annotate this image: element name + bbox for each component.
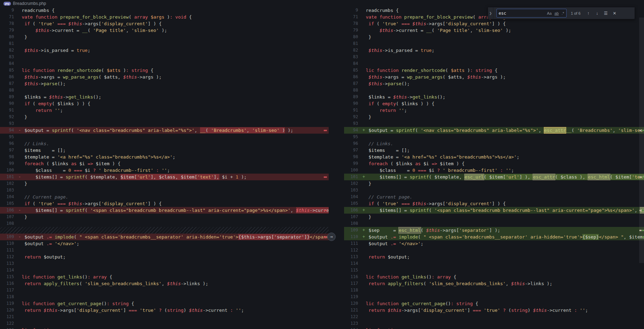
code-text[interactable]: lic function get_links(): array { (366, 274, 644, 280)
code-line[interactable]: 103 (344, 187, 644, 194)
code-text[interactable]: $links = $this->get_links(); (22, 94, 329, 100)
code-line[interactable]: 106+ $items[] = sprintf( '<span class="b… (344, 207, 644, 214)
line-number[interactable]: 97 (344, 147, 362, 154)
code-line[interactable]: 106- $items[] = sprintf( '<span class="b… (0, 207, 329, 214)
code-text[interactable] (366, 87, 644, 94)
line-number[interactable]: 117 (0, 287, 18, 294)
line-number[interactable]: 82 (344, 47, 362, 54)
code-line[interactable]: 120 return $this->args['display_current'… (0, 307, 329, 314)
code-line[interactable]: 113 return $output; (344, 254, 644, 260)
code-line[interactable]: 91 return ''; (344, 107, 644, 114)
code-text[interactable]: $items[] = sprintf( '<span class="breadc… (22, 207, 329, 214)
line-number[interactable]: 95 (344, 134, 362, 140)
overview-ruler-original[interactable] (323, 7, 328, 329)
code-line[interactable]: 123 (344, 320, 644, 327)
code-text[interactable]: // Current page. (366, 194, 644, 200)
code-text[interactable]: $sep = esc_html( $this->args['separator'… (366, 227, 644, 234)
line-number[interactable]: 94 (344, 127, 362, 134)
code-text[interactable] (366, 60, 644, 67)
line-number[interactable]: 93 (0, 120, 18, 127)
code-line[interactable]: 9readcrumbs { (0, 7, 329, 14)
code-text[interactable] (22, 187, 329, 194)
code-line[interactable]: 99 foreach ( $links as $i => $item ) { (344, 160, 644, 167)
code-line[interactable]: 116lic function get_links(): array { (344, 274, 644, 280)
line-number[interactable]: 102 (0, 180, 18, 187)
code-line[interactable]: 102 } (0, 180, 329, 187)
code-text[interactable]: $items[] = sprintf( $template, $item['ur… (22, 174, 329, 180)
code-line[interactable]: 88 (0, 87, 329, 94)
code-line[interactable]: 98 $template = '<a href="%s" class="brea… (344, 154, 644, 160)
code-text[interactable]: $output .= '</nav>'; (22, 240, 329, 247)
code-line[interactable]: 112 return $output; (0, 254, 329, 260)
line-number[interactable]: 85 (344, 67, 362, 74)
code-line[interactable]: 124lic function (344, 327, 644, 329)
code-text[interactable]: $output .= implode( " <span class='bread… (366, 234, 644, 240)
code-line[interactable]: 87 $this->parse(); (0, 80, 329, 87)
code-line[interactable]: 114 (344, 260, 644, 267)
code-line[interactable]: 88 (344, 87, 644, 94)
code-line[interactable]: 104 // Current page. (0, 194, 329, 200)
code-text[interactable]: lic function render_shortcode( $atts ): … (22, 67, 329, 74)
code-text[interactable]: $items[] = sprintf( '<span class="breadc… (366, 207, 644, 214)
code-line[interactable]: 122 (0, 320, 329, 327)
code-line[interactable]: 108 (344, 220, 644, 227)
line-number[interactable]: 106 (0, 207, 18, 214)
code-line[interactable]: 116 return apply_filters( 'slim_seo_brea… (0, 280, 329, 287)
code-text[interactable] (22, 247, 329, 254)
code-text[interactable]: $this->parse(); (366, 80, 644, 87)
line-number[interactable]: 79 (0, 27, 18, 34)
code-line[interactable]: 93 (0, 120, 329, 127)
code-line[interactable]: 120lic function get_current_page(): stri… (344, 300, 644, 307)
code-text[interactable]: $output .= implode( " <span class='bread… (22, 234, 329, 240)
line-number[interactable]: 105 (0, 200, 18, 207)
code-text[interactable] (22, 294, 329, 300)
line-number[interactable]: 121 (344, 307, 362, 314)
line-number[interactable]: 103 (344, 187, 362, 194)
line-number[interactable]: 95 (0, 134, 18, 140)
code-line[interactable]: 95 (0, 134, 329, 140)
code-line[interactable]: 89 $links = $this->get_links(); (0, 94, 329, 100)
code-line[interactable]: 83 (0, 54, 329, 60)
line-number[interactable]: 81 (344, 40, 362, 47)
code-line[interactable]: 118 (344, 287, 644, 294)
code-text[interactable]: lic function render_shortcode( $atts ): … (366, 67, 644, 74)
code-line[interactable]: 114 (0, 267, 329, 274)
line-number[interactable]: 79 (344, 27, 362, 34)
code-text[interactable] (366, 294, 644, 300)
code-line[interactable]: 117 return apply_filters( 'slim_seo_brea… (344, 280, 644, 287)
code-text[interactable]: $items[] = sprintf( $template, esc_url( … (366, 174, 644, 180)
code-line[interactable]: 79 $this->current = __( 'Page title', 's… (344, 27, 644, 34)
code-text[interactable]: return $output; (22, 254, 329, 260)
code-text[interactable]: return $output; (366, 254, 644, 260)
code-line[interactable]: 92 } (344, 114, 644, 120)
line-number[interactable]: 121 (0, 314, 18, 320)
line-number[interactable]: 111 (0, 247, 18, 254)
code-text[interactable] (366, 320, 644, 327)
line-number[interactable]: 71 (0, 14, 18, 20)
code-line[interactable]: 94+ $output = sprintf( '<nav class="brea… (344, 127, 644, 134)
code-line[interactable]: 103 (0, 187, 329, 194)
code-text[interactable] (366, 267, 644, 274)
code-text[interactable] (366, 134, 644, 140)
code-text[interactable]: $items = []; (366, 147, 644, 154)
code-line[interactable]: 102 } (344, 180, 644, 187)
code-text[interactable] (366, 40, 644, 47)
code-text[interactable]: $items = []; (22, 147, 329, 154)
code-line[interactable]: 121 (0, 314, 329, 320)
overview-ruler-modified[interactable] (639, 7, 644, 329)
revert-change-arrow-button[interactable]: → (327, 233, 336, 241)
line-number[interactable]: 103 (0, 187, 18, 194)
line-number[interactable]: 105 (344, 200, 362, 207)
code-line[interactable]: 104 // Current page. (344, 194, 644, 200)
code-line[interactable]: 90 if ( empty( $links ) ) { (0, 100, 329, 107)
code-text[interactable] (22, 227, 329, 234)
code-line[interactable]: 101+ $items[] = sprintf( $template, esc_… (344, 174, 644, 180)
line-number[interactable]: 110 (344, 234, 362, 240)
code-text[interactable] (366, 287, 644, 294)
code-line[interactable]: 83 (344, 54, 644, 60)
code-text[interactable]: foreach ( $links as $i => $item ) { (22, 160, 329, 167)
code-line[interactable]: 80 } (344, 34, 644, 40)
code-text[interactable] (22, 40, 329, 47)
code-text[interactable]: return ''; (366, 107, 644, 114)
code-text[interactable]: $links = $this->get_links(); (366, 94, 644, 100)
